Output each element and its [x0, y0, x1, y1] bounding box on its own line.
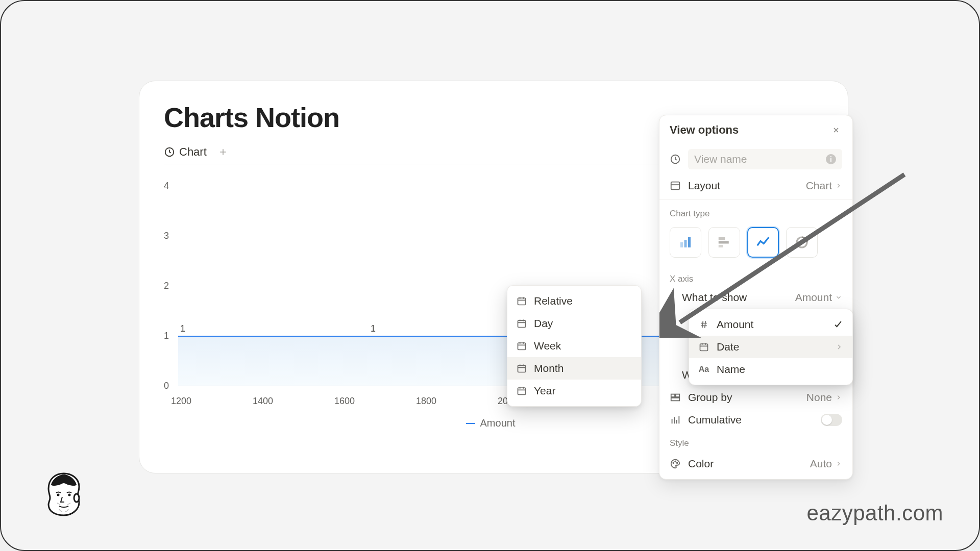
- svg-rect-21: [518, 320, 526, 327]
- x-what-to-show-row[interactable]: What to show Amount: [659, 288, 852, 309]
- date-option-relative[interactable]: Relative: [507, 290, 641, 312]
- bars-icon: [670, 414, 681, 425]
- close-icon: [832, 126, 840, 134]
- hash-icon: [698, 319, 709, 330]
- notion-page-card: Charts Notion Chart: [139, 81, 848, 473]
- calendar-icon: [517, 318, 527, 329]
- x-tick: 1800: [416, 396, 436, 407]
- y-tick: 4: [164, 181, 169, 191]
- data-label: 1: [371, 323, 376, 334]
- svg-rect-6: [680, 242, 683, 247]
- date-option-label: Week: [534, 340, 561, 352]
- chart-type-row: [659, 223, 852, 267]
- chevron-right-icon: [835, 182, 842, 189]
- date-option-label: Relative: [534, 295, 573, 307]
- date-granularity-dropdown: Relative Day Week Month Year: [507, 285, 642, 407]
- donut-chart-icon: [794, 235, 810, 250]
- chart-type-line[interactable]: [747, 227, 779, 258]
- clock-icon: [164, 146, 175, 158]
- legend-label: Amount: [480, 417, 516, 429]
- cumulative-toggle[interactable]: [821, 414, 842, 426]
- view-name-placeholder: View name: [694, 153, 747, 165]
- svg-point-16: [673, 462, 674, 463]
- y-tick: 0: [164, 381, 169, 391]
- add-view-button[interactable]: [218, 147, 228, 157]
- date-option-month[interactable]: Month: [507, 357, 641, 380]
- svg-rect-22: [518, 343, 526, 349]
- group-by-row[interactable]: Group by None: [659, 386, 852, 409]
- svg-point-18: [677, 462, 678, 463]
- calendar-icon: [517, 296, 527, 306]
- chart-type-label: Chart type: [659, 202, 852, 223]
- date-option-label: Year: [534, 385, 555, 397]
- line-chart-icon: [755, 235, 771, 250]
- tab-chart[interactable]: Chart: [164, 145, 207, 159]
- x-tick: 1600: [334, 396, 355, 407]
- group-by-value: None: [806, 391, 832, 404]
- chart-type-bar[interactable]: [670, 227, 701, 258]
- date-option-year[interactable]: Year: [507, 380, 641, 402]
- y-tick: 1: [164, 331, 169, 341]
- chevron-right-icon: [835, 460, 842, 467]
- chart-type-hbar[interactable]: [708, 227, 740, 258]
- dropdown-item-date[interactable]: Date: [689, 336, 852, 358]
- info-icon[interactable]: i: [826, 154, 836, 164]
- group-icon: [670, 392, 681, 403]
- x-tick: 1200: [171, 396, 191, 407]
- layout-icon: [670, 180, 681, 191]
- view-options-panel: View options View name i Layout Chart: [659, 115, 853, 480]
- svg-rect-15: [671, 398, 680, 401]
- check-icon: [833, 319, 843, 330]
- color-row[interactable]: Color Auto: [659, 453, 852, 479]
- palette-icon: [670, 458, 681, 469]
- calendar-icon: [517, 341, 527, 351]
- chevron-right-icon: [835, 343, 843, 351]
- tab-chart-label: Chart: [179, 145, 207, 159]
- view-name-row[interactable]: View name i: [659, 144, 852, 174]
- svg-point-17: [675, 461, 676, 462]
- date-option-label: Day: [534, 317, 553, 330]
- plus-icon: [218, 147, 228, 157]
- panel-close-button[interactable]: [830, 124, 842, 136]
- dropdown-item-label: Amount: [717, 318, 753, 331]
- svg-rect-23: [518, 365, 526, 372]
- style-label: Style: [659, 431, 852, 453]
- brand-watermark: eazypath.com: [807, 501, 943, 525]
- legend-swatch: [466, 423, 475, 424]
- x-tick: 1400: [253, 396, 273, 407]
- layout-row[interactable]: Layout Chart: [659, 174, 852, 197]
- group-by-label: Group by: [688, 391, 799, 404]
- chart-type-donut[interactable]: [786, 227, 818, 258]
- text-icon: Aa: [698, 365, 709, 374]
- calendar-icon: [517, 363, 527, 373]
- date-option-week[interactable]: Week: [507, 335, 641, 357]
- presenter-avatar: [42, 471, 86, 522]
- y-tick: 2: [164, 281, 169, 291]
- x-what-to-show-label: What to show: [670, 291, 788, 304]
- layout-value: Chart: [806, 180, 832, 192]
- data-label: 1: [180, 323, 185, 334]
- view-name-input[interactable]: View name i: [688, 149, 842, 169]
- dropdown-item-name[interactable]: Aa Name: [689, 358, 852, 381]
- svg-point-28: [74, 494, 79, 502]
- svg-rect-5: [671, 182, 680, 190]
- chevron-right-icon: [835, 394, 842, 401]
- bar-chart-icon: [678, 235, 693, 250]
- x-axis-label: X axis: [659, 267, 852, 288]
- cumulative-label: Cumulative: [688, 414, 814, 426]
- date-option-day[interactable]: Day: [507, 312, 641, 335]
- calendar-icon: [698, 342, 709, 352]
- svg-rect-9: [719, 237, 725, 240]
- hbar-chart-icon: [717, 235, 732, 250]
- dropdown-item-label: Name: [717, 363, 745, 375]
- chevron-down-icon: [835, 294, 842, 301]
- svg-rect-24: [518, 388, 526, 394]
- svg-rect-20: [518, 298, 526, 305]
- cumulative-row[interactable]: Cumulative: [659, 409, 852, 431]
- date-option-label: Month: [534, 362, 564, 374]
- dropdown-item-label: Date: [717, 341, 739, 353]
- dropdown-item-amount[interactable]: Amount: [689, 313, 852, 336]
- svg-point-26: [57, 494, 60, 496]
- y-tick: 3: [164, 231, 169, 241]
- x-what-to-show-value: Amount: [795, 291, 832, 304]
